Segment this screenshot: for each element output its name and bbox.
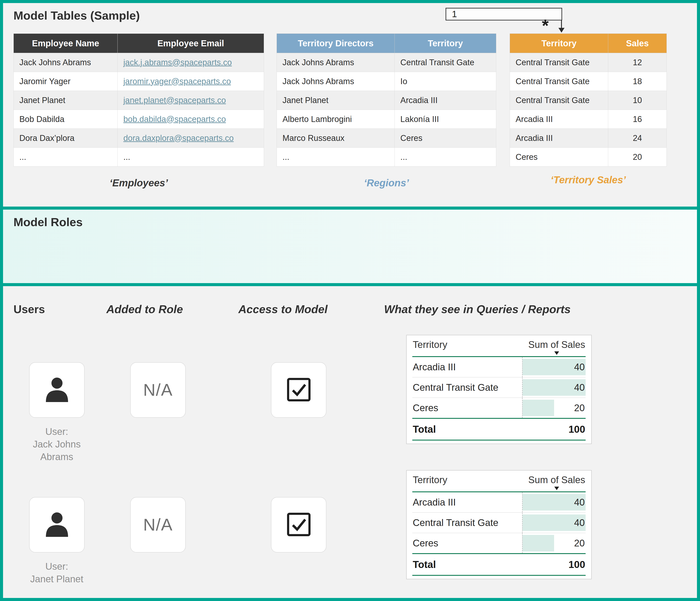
report-sales-value: 40 — [574, 497, 585, 508]
users-heading: Users — [14, 303, 45, 316]
role-na-value: N/A — [143, 515, 173, 535]
sales-cell: 16 — [608, 110, 667, 129]
territory-cell: Central Transit Gate — [510, 53, 608, 72]
table-row: Ceres 20 — [510, 148, 667, 167]
relationship-line — [561, 21, 562, 28]
report-territory-value: Arcadia III — [412, 357, 522, 377]
report-row: Central Transit Gate 40 — [412, 513, 585, 533]
director-cell: Jack Johns Abrams — [277, 53, 395, 72]
sales-cell: 18 — [608, 72, 667, 91]
territory-cell: Arcadia III — [510, 110, 608, 129]
user-label: User: Jack Johns Abrams — [7, 425, 107, 463]
access-to-model-heading: Access to Model — [238, 303, 327, 316]
sort-descending-icon — [554, 486, 559, 490]
model-tables-title: Model Tables (Sample) — [14, 9, 140, 22]
model-tables-panel: Model Tables (Sample) Employee Name Empl… — [3, 3, 697, 206]
relationship-one-label: 1 — [452, 9, 457, 19]
director-cell: Alberto Lambrogini — [277, 110, 395, 129]
territory-sales-caption: ‘Territory Sales’ — [510, 174, 667, 186]
employee-name-cell: Jack Johns Abrams — [14, 53, 118, 72]
employee-email-link[interactable]: jaromir.yager@spaceparts.co — [123, 77, 231, 86]
users-access-panel: Users Added to Role Access to Model What… — [3, 286, 697, 598]
report-table: Territory Sum of Sales Arcadia III 40 Ce… — [406, 335, 592, 444]
report-total-row: Total 100 — [412, 418, 585, 441]
report-sales-column-label: Sum of Sales — [528, 474, 585, 485]
table-row: Jaromir Yager jaromir.yager@spaceparts.c… — [14, 72, 264, 91]
report-sales-value: 20 — [574, 538, 585, 549]
report-table: Territory Sum of Sales Arcadia III 40 Ce… — [406, 470, 592, 579]
report-territory-column-header: Territory — [413, 474, 447, 485]
territory-sales-table-wrap: Territory Sales Central Transit Gate 12 … — [510, 33, 667, 167]
table-row: Alberto Lambrogini Lakonía III — [277, 110, 496, 129]
employee-email-cell: jack.j.abrams@spaceparts.co — [118, 53, 264, 72]
table-row: Arcadia III 16 — [510, 110, 667, 129]
territory-cell: Io — [395, 72, 496, 91]
territory-cell: Ceres — [395, 129, 496, 148]
report-total-label: Total — [413, 558, 436, 570]
employee-email-link[interactable]: janet.planet@spaceparts.co — [123, 96, 226, 105]
table-row: Jack Johns Abrams jack.j.abrams@spacepar… — [14, 53, 264, 72]
employee-email-link[interactable]: dora.daxplora@spaceparts.co — [123, 133, 234, 143]
report-value-cell: 40 — [522, 513, 585, 533]
report-sales-column-header[interactable]: Sum of Sales — [528, 474, 585, 490]
table-row: Bob Dabilda bob.dabilda@spaceparts.co — [14, 110, 264, 129]
user-label-line: Janet Planet — [7, 573, 107, 585]
user-avatar-card — [29, 362, 84, 418]
report-value-cell: 20 — [522, 398, 585, 418]
territory-cell: Central Transit Gate — [510, 72, 608, 91]
report-total-label: Total — [413, 423, 436, 435]
report-sales-column-header[interactable]: Sum of Sales — [528, 339, 585, 355]
table-row: Central Transit Gate 10 — [510, 91, 667, 110]
employee-email-cell: jaromir.yager@spaceparts.co — [118, 72, 264, 91]
employee-email-cell: dora.daxplora@spaceparts.co — [118, 129, 264, 148]
report-territory-value: Ceres — [412, 533, 522, 553]
employee-name-cell: Bob Dabilda — [14, 110, 118, 129]
employee-email-link[interactable]: jack.j.abrams@spaceparts.co — [123, 58, 232, 67]
report-sales-value: 40 — [574, 517, 585, 528]
table-row: Janet Planet janet.planet@spaceparts.co — [14, 91, 264, 110]
report-row: Central Transit Gate 40 — [412, 377, 585, 398]
data-bar — [523, 535, 554, 551]
sales-cell: 20 — [608, 148, 667, 167]
user-label-line: Jack Johns — [7, 438, 107, 451]
user-label-line: User: — [7, 560, 107, 573]
relationship-many-label: * — [542, 19, 549, 32]
report-total-value: 100 — [569, 558, 585, 570]
report-sales-value: 40 — [574, 382, 585, 393]
report-total-value: 100 — [569, 423, 585, 435]
sales-cell: 24 — [608, 129, 667, 148]
table-row: Arcadia III 24 — [510, 129, 667, 148]
employee-name-cell: Dora Dax’plora — [14, 129, 118, 148]
sort-descending-icon — [554, 351, 559, 355]
employee-name-cell: ... — [14, 148, 118, 167]
access-checkbox-card[interactable] — [271, 497, 326, 552]
table-row: ... ... — [277, 148, 496, 167]
employees-table-wrap: Employee Name Employee Email Jack Johns … — [14, 33, 264, 167]
territory-header: Territory — [395, 34, 496, 53]
model-roles-title: Model Roles — [14, 215, 83, 229]
report-territory-value: Arcadia III — [412, 492, 522, 512]
sales-cell: 10 — [608, 91, 667, 110]
table-row: Marco Russeaux Ceres — [277, 129, 496, 148]
regions-caption: ‘Regions’ — [277, 177, 496, 189]
report-row: Arcadia III 40 — [412, 357, 585, 377]
model-roles-panel: Model Roles — [3, 209, 697, 283]
director-cell: ... — [277, 148, 395, 167]
user-avatar-card — [29, 497, 84, 552]
access-checkbox-card[interactable] — [271, 362, 326, 418]
employee-email-link[interactable]: bob.dabilda@spaceparts.co — [123, 115, 226, 124]
report-value-cell: 20 — [522, 533, 585, 553]
employee-name-cell: Jaromir Yager — [14, 72, 118, 91]
director-cell: Jack Johns Abrams — [277, 72, 395, 91]
sales-cell: 12 — [608, 53, 667, 72]
report-territory-value: Central Transit Gate — [412, 377, 522, 398]
territory-cell: Ceres — [510, 148, 608, 167]
employee-name-cell: Janet Planet — [14, 91, 118, 110]
report-header-row: Territory Sum of Sales — [412, 471, 585, 492]
user-label-line: User: — [7, 425, 107, 438]
territory-sales-table: Territory Sales Central Transit Gate 12 … — [510, 33, 667, 167]
employee-name-header: Employee Name — [14, 34, 118, 53]
header-row: Territory Directors Territory — [277, 34, 496, 53]
reports-heading: What they see in Queries / Reports — [384, 303, 571, 316]
territory-cell: ... — [395, 148, 496, 167]
